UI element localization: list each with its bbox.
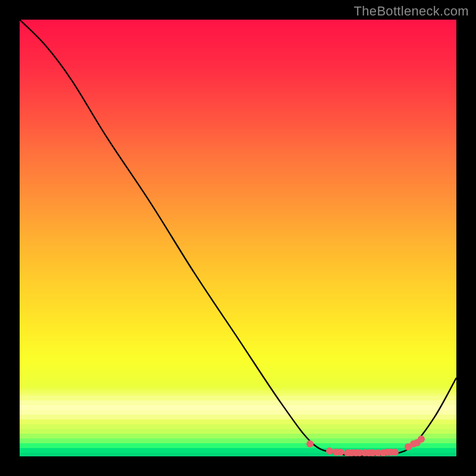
chart-frame: TheBottleneck.com — [0, 0, 476, 476]
watermark-text: TheBottleneck.com — [354, 4, 469, 19]
plot-area — [20, 20, 456, 456]
marker-dot — [392, 449, 399, 456]
background-gradient — [20, 20, 456, 456]
marker-dot — [418, 436, 425, 443]
